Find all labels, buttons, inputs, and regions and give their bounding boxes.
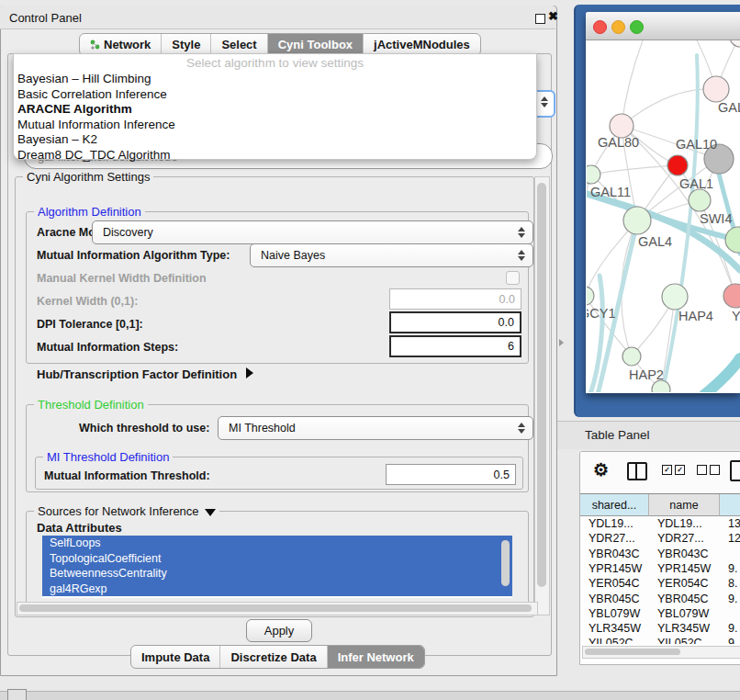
algorithm-option[interactable]: Bayesian – K2 — [17, 132, 97, 146]
column-header-name[interactable]: name — [649, 494, 720, 516]
network-node-gcy1[interactable] — [587, 287, 594, 305]
table-cell: YER054C — [589, 577, 640, 590]
dpi-tolerance-input[interactable] — [389, 311, 521, 333]
table-cell: YDR27... — [589, 532, 635, 545]
network-node-hap4[interactable] — [662, 284, 688, 310]
which-threshold-combo[interactable]: MI Threshold — [218, 416, 533, 440]
tab-impute-data[interactable]: Impute Data — [131, 646, 219, 668]
attribute-item[interactable]: gal4RGexp — [42, 581, 512, 597]
table-header-row: shared...name — [580, 494, 740, 516]
network-node-gal[interactable] — [703, 76, 729, 102]
table-cell: 9 — [728, 637, 734, 644]
node-label: GAL10 — [676, 137, 717, 152]
panel-vertical-scrollbar[interactable] — [534, 176, 550, 615]
network-window-titlebar[interactable] — [586, 12, 740, 40]
tab-cyni-toolbox[interactable]: Cyni Toolbox — [267, 34, 363, 55]
network-node[interactable] — [730, 40, 740, 47]
column-header-shared...[interactable]: shared... — [580, 494, 649, 516]
tab-select[interactable]: Select — [210, 34, 266, 55]
attribute-item[interactable]: BetweennessCentrality — [42, 566, 512, 581]
threshold-definition-legend: Threshold Definition — [34, 398, 148, 412]
mi-steps-input[interactable] — [389, 335, 521, 357]
close-icon[interactable]: ✖ — [548, 9, 558, 23]
hub-definition-toggle[interactable]: Hub/Transcription Factor Definition — [37, 367, 253, 381]
minimize-traffic-light[interactable] — [611, 20, 625, 34]
control-panel-titlebar[interactable] — [0, 6, 555, 29]
network-node-swi4[interactable] — [725, 227, 740, 253]
tab-jactivemnodules[interactable]: jActiveMNodules — [363, 34, 480, 55]
sources-legend[interactable]: Sources for Network Inference — [34, 504, 219, 518]
tab-style[interactable]: Style — [161, 34, 210, 55]
table-row[interactable]: YDL19...YDL19...13. — [580, 516, 740, 531]
network-node-gal1[interactable] — [689, 189, 711, 211]
float-window-icon[interactable] — [535, 14, 545, 24]
table-row[interactable]: YBR045CYBR045C9. — [580, 592, 740, 606]
mi-type-combo[interactable]: Naive Bayes — [250, 243, 533, 267]
mi-threshold-legend: MI Threshold Definition — [43, 450, 173, 464]
table-cell: YBL079W — [589, 607, 640, 620]
network-node-gal11[interactable] — [587, 165, 600, 184]
table-row[interactable]: YLR345WYLR345W9. — [580, 621, 740, 636]
split-columns-icon[interactable] — [627, 462, 647, 480]
deselect-all-icon[interactable] — [710, 465, 720, 475]
popup-prompt: Select algorithm to view settings — [14, 56, 536, 70]
attribute-item[interactable]: SelfLoops — [42, 536, 512, 551]
network-node-hap2[interactable] — [622, 347, 641, 366]
network-canvas[interactable]: GALGAL80GAL10GAL11GAL1SWI4GAL4GCY1HAP4YH… — [587, 40, 740, 392]
panel-title: Control Panel — [9, 11, 82, 25]
tab-label: Style — [172, 38, 200, 51]
table-row[interactable]: YIL052CYIL052C9 — [580, 636, 740, 644]
algorithm-option[interactable]: ARACNE Algorithm — [17, 102, 132, 116]
table-horizontal-scrollbar[interactable] — [582, 646, 740, 659]
table-row[interactable]: YBL079WYBL079W — [580, 606, 740, 621]
collapsed-arrow-icon — [246, 367, 253, 378]
manual-kernel-checkbox[interactable] — [506, 271, 520, 285]
network-node-y[interactable] — [723, 284, 740, 308]
tab-network[interactable]: Network — [80, 34, 161, 55]
attribute-item[interactable]: TopologicalCoefficient — [42, 551, 512, 567]
scrollbar-thumb[interactable] — [19, 604, 532, 612]
table-cell: 12. — [728, 532, 740, 545]
tab-label: Cyni Toolbox — [278, 38, 353, 51]
close-traffic-light[interactable] — [593, 20, 607, 34]
table-cell: YIL052C — [589, 637, 633, 644]
scrollbar-thumb[interactable] — [585, 649, 680, 655]
algorithm-option[interactable]: Dream8 DC_TDC Algorithm — [17, 148, 171, 162]
algorithm-option[interactable]: Bayesian – Hill Climbing — [17, 72, 151, 85]
aracne-mode-combo[interactable]: Discovery — [92, 220, 533, 244]
data-attributes-list[interactable]: SelfLoopsTopologicalCoefficientBetweenne… — [42, 536, 512, 598]
table-row[interactable]: YER054CYER054C8. — [580, 576, 740, 591]
table-panel-title: Table Panel — [585, 428, 650, 442]
algorithm-option[interactable]: Basic Correlation Inference — [17, 87, 167, 101]
network-node-gal4[interactable] — [623, 207, 651, 234]
table-cell: YPR145W — [589, 562, 642, 575]
scrollbar-thumb[interactable] — [537, 183, 546, 587]
column-header-extra[interactable] — [720, 494, 740, 516]
panel-horizontal-scrollbar[interactable] — [17, 602, 538, 615]
mi-threshold-input[interactable] — [386, 464, 516, 485]
tab-infer-network[interactable]: Infer Network — [327, 646, 424, 668]
kernel-width-input[interactable] — [389, 288, 521, 310]
panel-divider-handle[interactable] — [559, 339, 564, 346]
apply-button[interactable]: Apply — [246, 619, 312, 642]
attribute-list-scrollbar[interactable] — [501, 540, 510, 586]
table-toolbar: ⚙ ✓ ✓ — [580, 452, 740, 494]
cyni-bottom-tabbar: Impute DataDiscretize DataInfer Network — [130, 645, 425, 669]
table-row[interactable]: YPR145WYPR145W9. — [580, 561, 740, 576]
table-row[interactable]: YBR043CYBR043C — [580, 547, 740, 561]
select-all-icon[interactable]: ✓ — [675, 465, 685, 475]
table-row[interactable]: YDR27...YDR27...12. — [580, 531, 740, 546]
algorithm-option[interactable]: Mutual Information Inference — [17, 118, 175, 131]
deselect-all-icon[interactable] — [697, 465, 707, 475]
gear-icon[interactable]: ⚙ — [593, 459, 609, 480]
table-cell: 13. — [728, 517, 740, 530]
table-cell: YBR043C — [589, 548, 640, 560]
zoom-traffic-light[interactable] — [630, 20, 644, 34]
select-all-icon[interactable]: ✓ — [662, 465, 672, 475]
network-node[interactable] — [667, 155, 688, 175]
table-cell: YLR345W — [657, 622, 710, 635]
document-icon[interactable] — [730, 460, 740, 481]
tab-discretize-data[interactable]: Discretize Data — [219, 646, 326, 668]
minimized-panel-icon[interactable] — [7, 689, 27, 700]
tab-label: Select — [221, 38, 256, 51]
